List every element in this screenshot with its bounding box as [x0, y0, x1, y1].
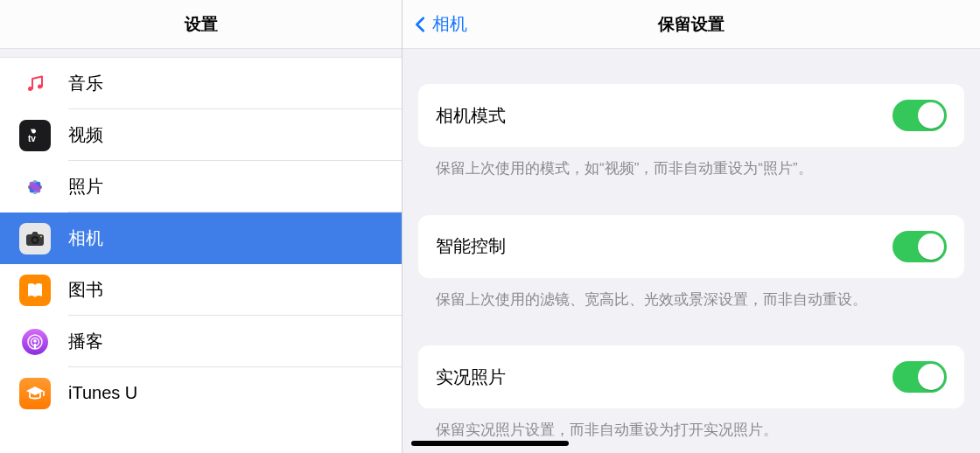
svg-point-1 [38, 84, 42, 88]
video-icon: tv [19, 120, 51, 151]
sidebar-list: 音乐 tv 视频 照片 相机 [0, 58, 402, 453]
toggle-live-photos[interactable] [892, 361, 947, 393]
photos-icon [19, 171, 51, 203]
back-button[interactable]: 相机 [411, 0, 467, 48]
setting-cell-camera-mode: 相机模式 [418, 84, 964, 147]
toggle-smart-controls[interactable] [892, 231, 947, 262]
setting-cell-smart-controls: 智能控制 [418, 215, 964, 278]
sidebar-gap [0, 49, 402, 58]
itunesu-icon [19, 378, 51, 409]
cell-title: 相机模式 [436, 104, 506, 128]
sidebar-item-label: 视频 [68, 123, 103, 147]
sidebar-item-video[interactable]: tv 视频 [0, 109, 402, 161]
podcasts-icon [19, 326, 51, 358]
setting-group-smart-controls: 智能控制 保留上次使用的滤镜、宽高比、光效或景深设置，而非自动重设。 [402, 215, 980, 311]
toggle-camera-mode[interactable] [892, 100, 947, 131]
sidebar-item-label: 照片 [68, 175, 103, 199]
cell-footer: 保留上次使用的滤镜、宽高比、光效或景深设置，而非自动重设。 [402, 278, 980, 311]
detail-header: 相机 保留设置 [402, 0, 980, 49]
cell-footer: 保留实况照片设置，而非自动重设为打开实况照片。 [402, 408, 980, 442]
books-icon [19, 275, 51, 306]
settings-sidebar: 设置 音乐 tv 视频 照片 [0, 0, 402, 453]
svg-point-17 [33, 339, 37, 343]
svg-point-13 [33, 238, 38, 242]
detail-title: 保留设置 [658, 13, 724, 36]
sidebar-item-label: 图书 [68, 278, 103, 302]
svg-text:tv: tv [28, 134, 36, 143]
sidebar-item-photos[interactable]: 照片 [0, 161, 402, 213]
sidebar-item-camera[interactable]: 相机 [0, 213, 402, 264]
cell-title: 实况照片 [436, 366, 506, 389]
cell-title: 智能控制 [436, 234, 506, 258]
sidebar-item-label: 音乐 [68, 72, 103, 95]
svg-point-0 [28, 87, 32, 91]
sidebar-title: 设置 [185, 13, 218, 36]
camera-icon [19, 223, 51, 254]
sidebar-item-label: iTunes U [68, 383, 137, 403]
sidebar-item-music[interactable]: 音乐 [0, 58, 402, 109]
sidebar-item-label: 相机 [68, 226, 103, 250]
detail-pane: 相机 保留设置 相机模式 保留上次使用的模式，如“视频”，而非自动重设为“照片”… [402, 0, 980, 453]
music-icon [19, 68, 51, 100]
setting-cell-live-photos: 实况照片 [418, 345, 964, 408]
sidebar-item-label: 播客 [68, 330, 103, 353]
sidebar-item-itunesu[interactable]: iTunes U [0, 367, 402, 419]
setting-group-live-photos: 实况照片 保留实况照片设置，而非自动重设为打开实况照片。 [402, 345, 980, 442]
sidebar-item-books[interactable]: 图书 [0, 264, 402, 316]
chevron-left-icon [411, 15, 430, 34]
sidebar-item-podcasts[interactable]: 播客 [0, 316, 402, 367]
cell-footer: 保留上次使用的模式，如“视频”，而非自动重设为“照片”。 [402, 147, 980, 180]
home-indicator [411, 441, 569, 446]
sidebar-header: 设置 [0, 0, 402, 49]
back-label: 相机 [432, 12, 467, 36]
svg-point-14 [40, 235, 42, 237]
detail-body: 相机模式 保留上次使用的模式，如“视频”，而非自动重设为“照片”。 智能控制 保… [402, 49, 980, 453]
setting-group-camera-mode: 相机模式 保留上次使用的模式，如“视频”，而非自动重设为“照片”。 [402, 84, 980, 180]
